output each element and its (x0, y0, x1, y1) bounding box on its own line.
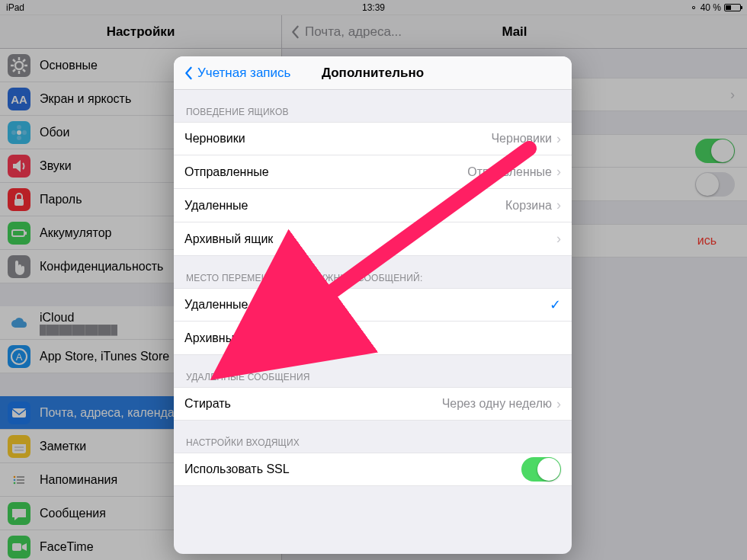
chevron-right-icon: › (730, 87, 735, 103)
appstore-icon: A (8, 345, 30, 368)
video-icon (8, 536, 30, 558)
modal-back-label: Учетная запись (197, 66, 290, 81)
checklist-icon (8, 469, 30, 491)
svg-rect-20 (14, 199, 24, 206)
ssl-row[interactable]: Использовать SSL (174, 453, 572, 486)
chevron-right-icon: › (556, 164, 561, 180)
chevron-left-icon (288, 25, 302, 39)
modal-header: Учетная запись Дополнительно (174, 56, 572, 90)
svg-point-16 (11, 130, 16, 135)
advanced-modal: Учетная запись Дополнительно Поведение я… (174, 56, 572, 554)
row-value: Корзина (505, 199, 552, 213)
sidebar-item-label: Звуки (40, 159, 72, 173)
chevron-right-icon: › (556, 231, 561, 247)
mailbox-row[interactable]: ЧерновикиЧерновики› (174, 122, 572, 155)
svg-rect-30 (12, 408, 26, 418)
hand-icon (8, 255, 30, 278)
toggle-off[interactable] (695, 172, 735, 197)
sidebar-item-label: Обои (40, 126, 69, 139)
notes-icon (8, 435, 30, 458)
svg-point-15 (17, 136, 21, 140)
sidebar-item-label: FaceTime (40, 540, 94, 554)
status-right: ⚬ 40 % (690, 2, 741, 13)
group-header-incoming: Настройки входящих (174, 421, 572, 453)
sidebar-item-label: Почта, адреса, календа (40, 406, 175, 420)
svg-text:A: A (16, 351, 23, 363)
speaker-icon (8, 155, 30, 178)
row-label: Использовать SSL (184, 462, 290, 476)
chevron-left-icon (181, 66, 195, 80)
battery-percent: 40 % (701, 2, 721, 13)
group-header-deleted: Удаленные сообщения (174, 355, 572, 387)
detail-back-button[interactable]: Почта, адреса... (282, 24, 402, 40)
erase-row[interactable]: СтиратьЧерез одну неделю› (174, 387, 572, 421)
row-label: Архивный ящик (184, 232, 273, 246)
group-deleted: СтиратьЧерез одну неделю› (174, 387, 572, 421)
row-label: Удаленные (184, 298, 248, 312)
bubble-icon (8, 502, 30, 525)
chevron-right-icon: › (556, 197, 561, 213)
group-header-behavior: Поведение ящиков (174, 90, 572, 122)
modal-back-button[interactable]: Учетная запись (174, 66, 290, 81)
sidebar-item-label: Экран и яркость (40, 92, 131, 106)
sidebar-item-label: iCloud (40, 311, 117, 325)
svg-point-42 (14, 478, 16, 481)
svg-point-13 (17, 130, 21, 135)
chevron-right-icon: › (556, 396, 561, 412)
group-incoming: Использовать SSL (174, 453, 572, 486)
sidebar-item-label: Основные (40, 59, 98, 72)
lock-icon (8, 188, 30, 211)
chevron-right-icon: › (556, 131, 561, 147)
group-behavior: ЧерновикиЧерновики›ОтправленныеОтправлен… (174, 122, 572, 256)
svg-point-17 (22, 130, 27, 135)
sidebar-item-label: Аккумулятор (40, 226, 111, 240)
Aa-icon: AA (8, 88, 30, 110)
sidebar-item-label: Пароль (40, 193, 82, 206)
status-time: 13:39 (0, 2, 747, 13)
row-label: Удаленные (184, 199, 248, 213)
sidebar-item-label: Заметки (40, 440, 86, 453)
sidebar-title: Настройки (0, 15, 281, 49)
sidebar-item-label: Напоминания (40, 473, 117, 487)
svg-rect-23 (25, 232, 27, 235)
charge-icon: ⚬ (690, 2, 697, 13)
battery-icon (724, 4, 741, 11)
detail-header: Почта, адреса... Mail (282, 15, 747, 49)
svg-rect-46 (12, 543, 21, 551)
row-value: Отправленные (467, 165, 552, 179)
detail-back-label: Почта, адреса... (305, 24, 402, 40)
group-header-discard: Место перемещения ненужных сообщений: (174, 256, 572, 288)
row-label: Черновики (184, 132, 245, 146)
svg-rect-33 (12, 440, 26, 444)
status-bar: iPad 13:39 ⚬ 40 % (0, 0, 747, 15)
mailbox-row[interactable]: УдаленныеКорзина› (174, 189, 572, 222)
sidebar-item-label: Конфиденциальность (40, 260, 163, 274)
battery-icon (8, 222, 30, 245)
sidebar-item-label: App Store, iTunes Store (40, 350, 169, 363)
row-label: Архивный ящик (184, 331, 273, 345)
ssl-toggle[interactable] (521, 457, 561, 482)
svg-point-14 (17, 125, 21, 130)
row-value: Через одну неделю (442, 397, 552, 411)
mailbox-row[interactable]: Архивный ящик› (174, 222, 572, 256)
status-device: iPad (6, 2, 24, 13)
discard-option-row[interactable]: Архивный ящик (174, 322, 572, 355)
svg-text:AA: AA (11, 93, 27, 106)
group-discard: Удаленные✓Архивный ящик (174, 288, 572, 355)
checkmark-icon: ✓ (550, 296, 561, 313)
discard-option-row[interactable]: Удаленные✓ (174, 288, 572, 322)
mail-icon (8, 402, 30, 424)
toggle-on[interactable] (695, 139, 735, 163)
svg-rect-21 (8, 222, 30, 245)
svg-point-43 (14, 482, 16, 484)
row-label: Отправленные (184, 165, 269, 179)
gear-icon (8, 54, 30, 77)
sidebar-item-label: Сообщения (40, 507, 106, 520)
delete-account-partial: ись (697, 234, 717, 248)
cloud-icon (8, 312, 30, 334)
flower-icon (8, 121, 30, 144)
row-label: Стирать (184, 397, 231, 411)
svg-point-41 (14, 475, 16, 478)
mailbox-row[interactable]: ОтправленныеОтправленные› (174, 155, 572, 189)
sidebar-item-sub: ████████████ (40, 325, 117, 335)
